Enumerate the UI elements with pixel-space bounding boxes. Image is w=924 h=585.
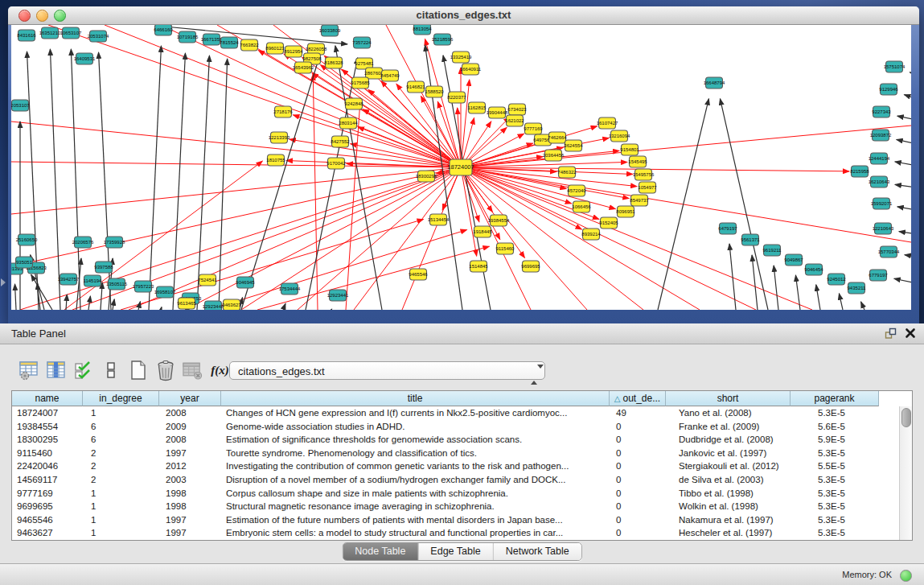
graph-node[interactable]: 12923441 bbox=[327, 290, 349, 301]
graph-node[interactable]: 10719185 bbox=[177, 31, 199, 43]
graph-node[interactable]: 7462664 bbox=[548, 132, 567, 143]
graph-node[interactable]: 8454749 bbox=[380, 70, 400, 81]
graph-node[interactable]: 9227343 bbox=[872, 106, 891, 117]
table-row[interactable]: 1938455462009Genome-wide association stu… bbox=[12, 420, 912, 434]
graph-node[interactable]: 8813054 bbox=[413, 25, 432, 35]
graph-node[interactable]: 17534444 bbox=[279, 283, 301, 295]
graph-node[interactable]: 8427552 bbox=[331, 136, 350, 147]
graph-node[interactable]: 16033809 bbox=[319, 25, 341, 36]
graph-node[interactable]: 20206576 bbox=[72, 237, 94, 248]
graph-node[interactable]: 12093872 bbox=[870, 130, 892, 141]
table-row[interactable]: 946362711997Embryonic stem cells: a mode… bbox=[12, 526, 912, 540]
network-graph[interactable]: 6466160107191851667135578155248431616163… bbox=[11, 25, 911, 310]
table-row[interactable]: 2242004622012Investigating the contribut… bbox=[12, 459, 912, 473]
graph-node[interactable]: 9152405 bbox=[599, 217, 618, 229]
graph-node[interactable]: 9435211 bbox=[848, 282, 867, 294]
graph-node[interactable]: 9175685 bbox=[351, 77, 370, 89]
tab-edge-table[interactable]: Edge Table bbox=[418, 543, 493, 560]
column-header-pagerank[interactable]: pagerank bbox=[791, 391, 879, 406]
graph-node[interactable]: 9115460 bbox=[496, 243, 515, 254]
graph-node[interactable]: 9561371 bbox=[741, 234, 760, 245]
graph-node[interactable]: 20531074 bbox=[88, 31, 109, 42]
network-window-titlebar[interactable]: citations_edges.txt bbox=[8, 6, 919, 25]
graph-node[interactable]: 17957223 bbox=[133, 281, 154, 292]
graph-node[interactable]: 10653107 bbox=[60, 27, 82, 39]
graph-node[interactable]: 19904448 bbox=[487, 107, 508, 118]
table-row[interactable]: 1872400712008Changes of HCN gene express… bbox=[12, 406, 912, 420]
graph-node[interactable]: 6479197 bbox=[718, 223, 737, 234]
graph-node[interactable]: 9049867 bbox=[784, 254, 803, 266]
graph-node[interactable]: 9465546 bbox=[409, 269, 428, 280]
graph-node[interactable]: 8431616 bbox=[17, 30, 36, 41]
graph-node[interactable]: 12923448 bbox=[203, 301, 224, 310]
graph-node[interactable]: 1918445 bbox=[473, 226, 492, 237]
column-header-short[interactable]: short bbox=[666, 391, 791, 406]
graph-node[interactable]: 9463627 bbox=[222, 299, 241, 310]
graph-node[interactable]: 15992071 bbox=[871, 198, 893, 209]
graph-node[interactable]: 8186328 bbox=[324, 57, 343, 68]
graph-node[interactable]: 19384554 bbox=[488, 215, 510, 226]
graph-node[interactable]: 1588520 bbox=[425, 86, 444, 97]
new-table-button[interactable] bbox=[127, 359, 149, 381]
graph-node[interactable]: 16107427 bbox=[597, 117, 618, 129]
graph-node[interactable]: 18724007 bbox=[447, 159, 474, 175]
graph-node[interactable]: 18300295 bbox=[416, 171, 437, 182]
graph-node[interactable]: 8939214 bbox=[581, 229, 601, 240]
graph-node[interactable]: 16640911 bbox=[460, 64, 482, 75]
graph-node[interactable]: 8960123 bbox=[265, 43, 285, 54]
graph-node[interactable]: 9619211 bbox=[763, 245, 782, 256]
graph-node[interactable]: 9046454 bbox=[804, 264, 823, 275]
scrollbar-thumb[interactable] bbox=[901, 408, 911, 427]
graph-node[interactable]: 15770344 bbox=[878, 246, 900, 257]
graph-node[interactable]: 15134454 bbox=[428, 214, 450, 225]
graph-node[interactable]: 15751074 bbox=[884, 61, 906, 72]
graph-node[interactable]: 9245012 bbox=[827, 274, 846, 285]
graph-node[interactable]: 16958107 bbox=[154, 286, 176, 298]
graph-node[interactable]: 1066456 bbox=[572, 201, 591, 212]
graph-node[interactable]: 15218596 bbox=[432, 34, 454, 45]
graph-node[interactable]: 13216094 bbox=[609, 130, 630, 142]
splitter-handle[interactable] bbox=[1, 278, 6, 286]
graph-node[interactable]: 8220377 bbox=[447, 92, 466, 103]
graph-node[interactable]: 20364456 bbox=[543, 150, 565, 161]
graph-node[interactable]: 9699695 bbox=[521, 261, 540, 272]
column-header-title[interactable]: title bbox=[221, 391, 610, 406]
graph-node[interactable]: 13325419 bbox=[450, 51, 472, 63]
graph-node[interactable]: 6779197 bbox=[869, 270, 888, 281]
graph-node[interactable]: 1621022 bbox=[505, 115, 524, 126]
function-builder-button[interactable]: f(x) bbox=[209, 359, 231, 381]
graph-node[interactable]: 9046945 bbox=[236, 277, 255, 288]
graph-node[interactable]: 1145194 bbox=[84, 275, 103, 286]
graph-node[interactable]: 8215958 bbox=[850, 166, 869, 177]
graph-node[interactable]: 13942757 bbox=[58, 274, 80, 285]
show-columns-button[interactable] bbox=[45, 359, 67, 381]
graph-node[interactable]: 7357224 bbox=[352, 37, 372, 48]
graph-node[interactable]: 6466160 bbox=[154, 25, 173, 35]
graph-node[interactable]: 9129946 bbox=[879, 84, 898, 95]
graph-node[interactable]: 12213393 bbox=[269, 132, 290, 143]
graph-node[interactable]: 9146821 bbox=[406, 81, 425, 93]
graph-node[interactable]: 1545495 bbox=[628, 156, 647, 167]
float-window-icon[interactable] bbox=[885, 328, 897, 340]
graph-node[interactable]: 7663822 bbox=[240, 39, 259, 51]
graph-node[interactable]: 1054977 bbox=[638, 182, 657, 193]
table-row[interactable]: 911546021997Tourette syndrome. Phenomeno… bbox=[12, 447, 912, 460]
graph-node[interactable]: 7486322 bbox=[557, 167, 577, 178]
graph-node[interactable]: 8096951 bbox=[616, 206, 635, 217]
graph-node[interactable]: 12210643 bbox=[873, 223, 894, 234]
graph-node[interactable]: 9154801 bbox=[620, 144, 639, 155]
graph-node[interactable]: 8912954 bbox=[284, 46, 303, 57]
table-row[interactable]: 1830029562008Estimation of significance … bbox=[12, 433, 912, 447]
graph-node[interactable]: 16351210 bbox=[39, 27, 61, 39]
close-panel-icon[interactable] bbox=[905, 328, 916, 339]
graph-node[interactable]: 16409531 bbox=[74, 53, 96, 64]
graph-node[interactable]: 4572040 bbox=[567, 185, 586, 196]
graph-node[interactable]: 9777169 bbox=[524, 123, 543, 134]
tab-network-table[interactable]: Network Table bbox=[494, 543, 581, 560]
graph-node[interactable]: 2718176 bbox=[273, 106, 293, 117]
network-graph-canvas[interactable]: 6466160107191851667135578155248431616163… bbox=[11, 25, 911, 310]
column-header-in_degree[interactable]: in_degree bbox=[83, 391, 159, 406]
table-settings-button[interactable] bbox=[18, 359, 39, 381]
graph-node[interactable]: 2053107 bbox=[11, 100, 30, 111]
column-header-out_de[interactable]: △out_de... bbox=[610, 391, 666, 406]
